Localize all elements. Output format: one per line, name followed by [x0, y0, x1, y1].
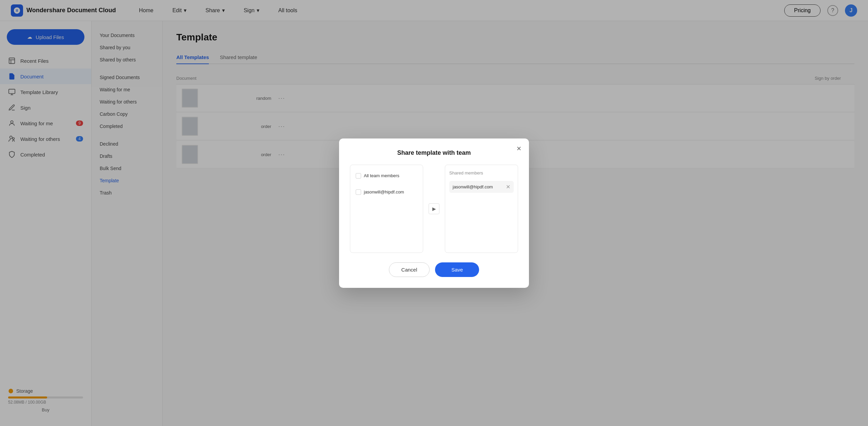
member-checkbox[interactable]	[356, 189, 361, 195]
modal-actions: Cancel Save	[350, 262, 518, 277]
save-button[interactable]: Save	[435, 262, 479, 277]
select-all-checkbox[interactable]	[356, 173, 361, 179]
shared-members-panel: Shared members jasonwill@hipdf.com ✕	[445, 165, 518, 253]
all-team-members-panel: All team members jasonwill@hipdf.com	[350, 165, 423, 253]
modal-title: Share template with team	[350, 149, 518, 156]
remove-member-button[interactable]: ✕	[506, 184, 510, 190]
modal-overlay: Share template with team ✕ All team memb…	[0, 0, 868, 426]
share-template-modal: Share template with team ✕ All team memb…	[339, 138, 529, 288]
member-item[interactable]: jasonwill@hipdf.com	[354, 187, 419, 198]
transfer-button[interactable]: ▶	[429, 203, 439, 214]
modal-body: All team members jasonwill@hipdf.com ▶ S…	[350, 165, 518, 253]
shared-member-item: jasonwill@hipdf.com ✕	[449, 181, 514, 193]
shared-panel-header: Shared members	[449, 169, 514, 177]
modal-close-button[interactable]: ✕	[514, 144, 524, 153]
cancel-button[interactable]: Cancel	[389, 262, 430, 277]
all-members-header-item: All team members	[354, 170, 419, 181]
